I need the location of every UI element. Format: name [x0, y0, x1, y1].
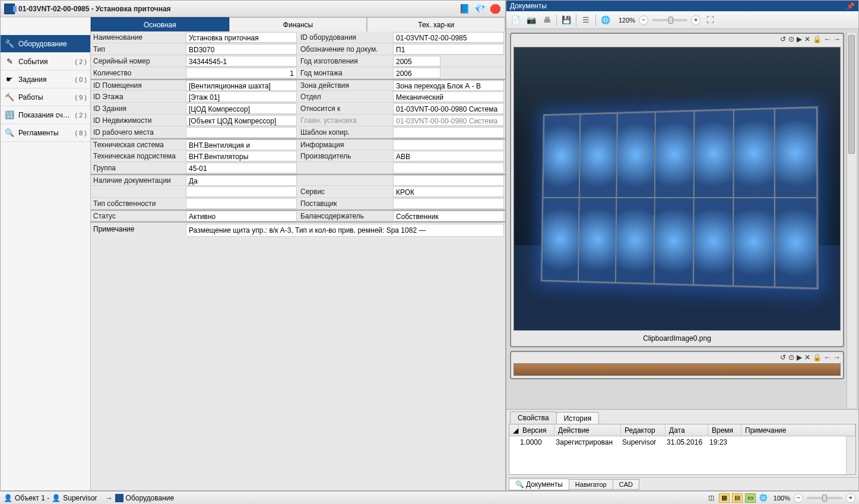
field-value[interactable]: 01-03VNT-02-00-0985 [393, 32, 504, 43]
globe-docs-icon[interactable]: 💎 [473, 2, 486, 15]
lock-icon[interactable]: 🔒 [813, 35, 822, 43]
col-note[interactable]: Примечание [741, 424, 855, 436]
status-icon-1[interactable]: ◫ [706, 493, 717, 503]
field-value[interactable]: 01-03VNT-00-00-0980 Система [393, 115, 504, 126]
list-icon[interactable]: ☰ [580, 14, 592, 26]
close-card-icon[interactable]: ✕ [804, 353, 810, 362]
zoom-fit-icon[interactable]: ⛶ [704, 14, 716, 26]
col-action[interactable]: Действие [554, 424, 621, 436]
lock-icon[interactable]: 🔒 [813, 353, 822, 362]
field-value[interactable] [393, 127, 504, 138]
document-image-2[interactable] [514, 363, 841, 376]
sidebar-item-equipment[interactable]: 🔧 Оборудование [1, 35, 90, 53]
field-value[interactable]: 01-03VNT-00-00-0980 Система [393, 103, 504, 114]
status-icon-3[interactable]: ▤ [732, 493, 743, 503]
sidebar-item-tasks[interactable]: ☛ Задания ( 0 ) [1, 71, 90, 88]
bottom-tab-documents[interactable]: 🔍Документы [509, 478, 569, 490]
col-time[interactable]: Время [708, 424, 741, 436]
status-globe-icon[interactable]: 🌐 [758, 493, 769, 503]
field-value[interactable] [186, 186, 297, 197]
rotate-cw-icon[interactable]: ⊙ [788, 353, 794, 362]
play-icon[interactable]: ▶ [797, 353, 802, 362]
close-card-icon[interactable]: ✕ [804, 35, 810, 43]
field-value[interactable]: 2005 [393, 56, 440, 66]
status-breadcrumb[interactable]: Оборудование [126, 494, 175, 502]
field-value[interactable]: ВНТ.Вентиляторы [186, 151, 297, 161]
note-label: Примечание [91, 223, 185, 238]
col-version[interactable]: Версия [519, 424, 554, 436]
refresh-icon[interactable]: 🌐 [600, 14, 611, 26]
field-value[interactable]: BD3070 [186, 44, 297, 55]
scan-icon[interactable]: 🖶 [541, 14, 553, 26]
sort-arrow-icon[interactable]: ◢ [509, 424, 519, 436]
prev-icon[interactable]: ← [824, 353, 831, 362]
bottom-tab-navigator[interactable]: Навигатор [569, 479, 613, 490]
field-value[interactable]: [Объект ЦОД Компрессор] [186, 115, 297, 126]
field-value[interactable]: ABB [393, 151, 504, 161]
field-value[interactable]: Установка приточная [186, 32, 297, 43]
sidebar-item-regulations[interactable]: 🔍 Регламенты ( 8 ) [1, 124, 90, 142]
pin-icon[interactable]: 📌 [847, 2, 855, 10]
zoom-slider[interactable] [652, 19, 687, 21]
field-value[interactable]: [ЦОД Компрессор] [186, 103, 297, 114]
sidebar-item-events[interactable]: ✎ События ( 2 ) [1, 53, 90, 71]
field-value[interactable]: Да [186, 175, 297, 186]
pencil-icon: ✎ [4, 56, 15, 67]
bottom-tab-cad[interactable]: CAD [613, 479, 639, 490]
tab-main[interactable]: Основная [91, 17, 229, 31]
close-record-icon[interactable]: 🛑 [489, 2, 502, 15]
sidebar-item-works[interactable]: 🔨 Работы ( 9 ) [1, 88, 90, 106]
field-value[interactable]: ВНТ.Вентиляция и [186, 140, 297, 150]
field-value[interactable]: 45-01 [186, 163, 297, 173]
col-date[interactable]: Дата [665, 424, 708, 436]
field-value[interactable]: КРОК [393, 186, 504, 197]
field-value[interactable] [393, 163, 504, 173]
field-value[interactable]: 2006 [393, 68, 440, 78]
note-value[interactable]: Размещение щита упр.: в/к А-3, Тип и кол… [186, 224, 504, 237]
new-doc-icon[interactable]: 📄 [510, 14, 522, 26]
field-value[interactable]: 1 [186, 68, 297, 78]
field-value[interactable] [186, 127, 297, 138]
next-icon[interactable]: → [833, 353, 841, 362]
sidebar-item-meters[interactable]: 🔢 Показания сч… ( 2 ) [1, 106, 90, 124]
field-value[interactable] [186, 198, 297, 209]
play-icon[interactable]: ▶ [797, 35, 802, 43]
history-row[interactable]: 1.0000 Зарегистрирован Supervisor 31.05.… [509, 436, 855, 448]
book-icon[interactable]: 📘 [458, 2, 471, 15]
status-zoom-out-button[interactable]: − [794, 493, 803, 503]
field-value[interactable]: Собственник [393, 211, 504, 221]
prev-icon[interactable]: ← [824, 35, 831, 43]
documents-scrollbar[interactable] [847, 33, 856, 408]
col-editor[interactable]: Редактор [621, 424, 665, 436]
camera-icon[interactable]: 📷 [525, 14, 537, 26]
field-value[interactable]: 34344545-1 [186, 56, 297, 66]
save-icon[interactable]: 💾 [560, 14, 572, 26]
field-value[interactable] [393, 175, 504, 186]
document-card-2[interactable]: ↺ ⊙ ▶ ✕ 🔒 ← → [510, 351, 844, 379]
rotate-ccw-icon[interactable]: ↺ [780, 353, 786, 362]
document-card[interactable]: ↺ ⊙ ▶ ✕ 🔒 ← → [510, 33, 844, 347]
field-value[interactable] [393, 140, 504, 150]
tab-history[interactable]: История [556, 412, 600, 424]
status-icon-2[interactable]: ▦ [719, 493, 730, 503]
field-value[interactable]: Зона перехода Блок А - В [393, 80, 504, 91]
field-value[interactable]: [Этаж 01] [186, 91, 297, 102]
tab-tech[interactable]: Тех. хар-ки [367, 17, 505, 31]
tab-finance[interactable]: Финансы [229, 17, 367, 31]
zoom-out-button[interactable]: − [639, 15, 648, 25]
history-scrollbar[interactable] [846, 436, 855, 474]
status-zoom-slider[interactable] [807, 497, 842, 499]
field-value[interactable] [393, 198, 504, 209]
status-zoom-in-button[interactable]: + [846, 493, 855, 503]
rotate-ccw-icon[interactable]: ↺ [780, 35, 786, 43]
field-value[interactable]: Активно [186, 211, 297, 221]
rotate-cw-icon[interactable]: ⊙ [788, 35, 794, 43]
zoom-in-button[interactable]: + [691, 15, 700, 25]
next-icon[interactable]: → [833, 35, 841, 43]
field-value[interactable]: П1 [393, 44, 504, 55]
status-icon-4[interactable]: ▭ [745, 493, 756, 503]
field-value[interactable]: Механический [393, 91, 504, 102]
document-image[interactable] [514, 47, 841, 331]
field-value[interactable]: [Вентиляционная шахта] [186, 80, 297, 91]
tab-properties[interactable]: Свойства [510, 411, 557, 424]
